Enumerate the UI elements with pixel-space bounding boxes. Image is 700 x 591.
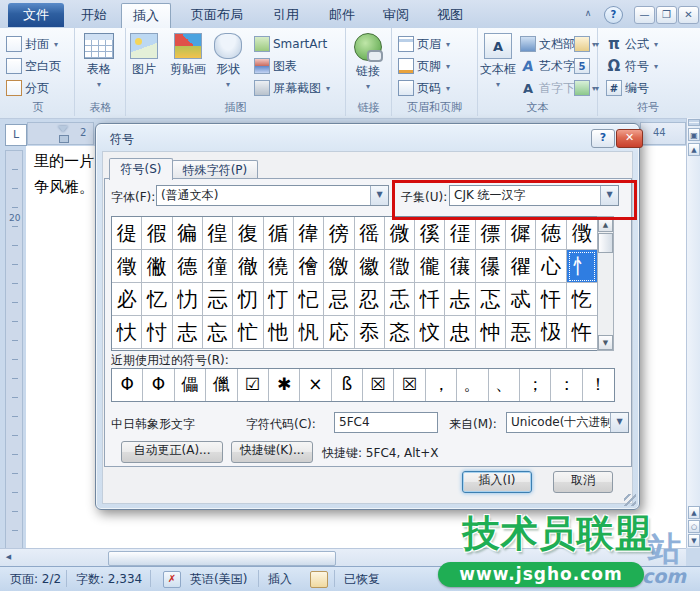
symbol-cell[interactable]: 忤 xyxy=(567,316,597,349)
autocorrect-button[interactable]: 自动更正(A)... xyxy=(121,441,223,463)
symbol-cell[interactable]: 忟 xyxy=(415,316,445,349)
cover-page-button[interactable]: 封面 xyxy=(6,34,58,54)
browse-prev-icon[interactable]: ▲ xyxy=(688,506,700,519)
minimize-button[interactable]: — xyxy=(634,6,655,24)
symbol-cell[interactable]: 忘 xyxy=(203,316,233,349)
recent-symbol-cell[interactable]: 儡 xyxy=(175,369,206,401)
symbol-cell[interactable]: 徸 xyxy=(203,250,233,283)
status-insert-mode[interactable]: 插入 xyxy=(268,571,292,588)
symbol-cell[interactable]: 忎 xyxy=(385,283,415,316)
tab-references[interactable]: 引用 xyxy=(262,3,310,27)
vertical-ruler[interactable]: 20 xyxy=(5,150,23,550)
symbol-cell[interactable]: 徫 xyxy=(294,217,324,250)
smartart-button[interactable]: SmartArt xyxy=(254,34,327,54)
symbol-cell[interactable]: 忑 xyxy=(476,283,506,316)
date-time-button[interactable]: 5 xyxy=(574,56,590,76)
symbol-cell[interactable]: 忇 xyxy=(173,283,203,316)
horizontal-scrollbar[interactable]: ◀ xyxy=(0,548,686,566)
symbol-cell[interactable]: 徺 xyxy=(264,250,294,283)
object-button[interactable] xyxy=(574,78,599,98)
symbol-cell[interactable]: 忙 xyxy=(233,316,263,349)
page-break-button[interactable]: 分页 xyxy=(6,78,49,98)
symbol-cell[interactable]: 徽 xyxy=(355,250,385,283)
recent-symbol-cell[interactable]: ： xyxy=(551,369,582,401)
recent-symbols-grid[interactable]: ΦΦ儡儠☑✱×ß☒☒，。、；：！ xyxy=(111,368,615,402)
status-recovered[interactable]: 已恢复 xyxy=(344,571,380,588)
symbol-cell[interactable]: 徯 xyxy=(415,217,445,250)
symbol-cell[interactable]: 徭 xyxy=(355,217,385,250)
symbol-cell[interactable]: 忖 xyxy=(142,316,172,349)
symbol-cell[interactable]: 忌 xyxy=(324,283,354,316)
recent-symbol-cell[interactable]: ☒ xyxy=(394,369,425,401)
tab-symbols[interactable]: 符号(S) xyxy=(109,158,173,180)
font-combobox[interactable]: (普通文本) ▼ xyxy=(156,185,389,206)
links-button[interactable]: 链接 xyxy=(354,33,382,91)
cancel-button[interactable]: 取消 xyxy=(553,471,613,493)
spell-check-icon[interactable]: ✗ xyxy=(163,571,181,588)
screenshot-button[interactable]: 屏幕截图 xyxy=(254,78,330,98)
symbol-cell[interactable]: 忂 xyxy=(506,250,536,283)
picture-button[interactable]: 图片 xyxy=(130,33,158,78)
split-handle[interactable] xyxy=(688,119,700,126)
symbol-cell[interactable]: 忣 xyxy=(536,316,566,349)
symbol-cell[interactable]: 循 xyxy=(264,217,294,250)
recent-symbol-cell[interactable]: 。 xyxy=(457,369,488,401)
symbol-cell[interactable]: 忉 xyxy=(233,283,263,316)
symbol-cell[interactable]: 徱 xyxy=(476,217,506,250)
scroll-up-icon[interactable]: ▲ xyxy=(688,143,700,156)
symbol-cell[interactable]: 心 xyxy=(536,250,566,283)
clipart-button[interactable]: 剪贴画 xyxy=(170,33,206,78)
status-language[interactable]: 英语(美国) xyxy=(190,571,247,588)
signature-line-button[interactable] xyxy=(574,34,599,54)
tab-mailings[interactable]: 邮件 xyxy=(318,3,366,27)
browse-object-button[interactable]: ▣ xyxy=(688,128,700,141)
symbol-cell[interactable]: 徥 xyxy=(112,217,142,250)
symbol-cell[interactable]: 忍 xyxy=(355,283,385,316)
symbol-cell[interactable]: 忋 xyxy=(294,283,324,316)
symbol-cell[interactable]: 徳 xyxy=(536,217,566,250)
tab-page-layout[interactable]: 页面布局 xyxy=(180,3,254,27)
browse-next-icon[interactable]: ▼ xyxy=(688,534,700,547)
table-button[interactable]: 表格 xyxy=(84,33,114,89)
macro-record-icon[interactable] xyxy=(310,571,328,588)
horizontal-ruler-left[interactable]: 2 xyxy=(27,122,94,145)
recent-symbol-cell[interactable]: ； xyxy=(520,369,551,401)
symbol-cell[interactable]: 徲 xyxy=(506,217,536,250)
recent-symbol-cell[interactable]: ！ xyxy=(583,369,614,401)
symbol-cell[interactable]: 徬 xyxy=(324,217,354,250)
footer-button[interactable]: 页脚 xyxy=(398,56,450,76)
recent-symbol-cell[interactable]: × xyxy=(300,369,331,401)
horizontal-ruler-right[interactable]: 44 xyxy=(640,122,686,145)
resize-grip[interactable] xyxy=(624,494,636,506)
symbol-cell[interactable]: 忢 xyxy=(506,316,536,349)
insert-button[interactable]: 插入(I) xyxy=(462,471,532,493)
scroll-left-icon[interactable]: ◀ xyxy=(2,551,15,564)
recent-symbol-cell[interactable]: 、 xyxy=(489,369,520,401)
symbol-cell[interactable]: 忒 xyxy=(506,283,536,316)
dialog-close-icon[interactable]: ✕ xyxy=(616,129,643,148)
symbol-cell[interactable]: 忚 xyxy=(264,316,294,349)
symbol-cell[interactable]: 忓 xyxy=(536,283,566,316)
status-word-count[interactable]: 字数: 2,334 xyxy=(76,571,142,588)
tab-view[interactable]: 视图 xyxy=(426,3,474,27)
scroll-down-icon[interactable]: ▼ xyxy=(598,335,613,350)
indent-marker-box-icon[interactable] xyxy=(59,135,69,143)
symbol-cell[interactable]: 忕 xyxy=(112,316,142,349)
vertical-scrollbar[interactable]: ▣ ▲ ▲ ○ ▼ xyxy=(686,118,700,548)
recent-symbol-cell[interactable]: ☒ xyxy=(363,369,394,401)
equation-button[interactable]: π公式 xyxy=(606,34,658,54)
symbol-cell[interactable]: 徾 xyxy=(385,250,415,283)
from-combobox[interactable]: Unicode(十六进制) ▼ xyxy=(506,412,629,433)
scroll-thumb[interactable] xyxy=(598,233,613,253)
blank-page-button[interactable]: 空白页 xyxy=(6,56,61,76)
textbox-button[interactable]: A文本框 xyxy=(480,33,516,89)
symbol-grid-scrollbar[interactable]: ▲ ▼ xyxy=(597,216,614,351)
symbol-cell[interactable]: 徵 xyxy=(112,250,142,283)
symbol-cell[interactable]: 徹 xyxy=(233,250,263,283)
symbol-cell[interactable]: 徿 xyxy=(415,250,445,283)
symbol-cell[interactable]: 徴 xyxy=(567,217,597,250)
dialog-help-icon[interactable]: ? xyxy=(591,129,615,148)
help-icon[interactable]: ? xyxy=(604,6,623,24)
symbol-cell[interactable]: 忐 xyxy=(445,283,475,316)
symbol-cell[interactable]: 徦 xyxy=(142,217,172,250)
